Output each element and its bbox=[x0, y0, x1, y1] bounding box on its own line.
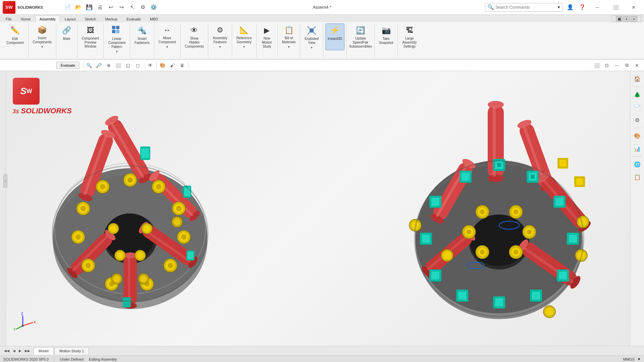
previous-view-button[interactable]: ⬜ bbox=[114, 61, 123, 70]
print-button[interactable]: 🖨 bbox=[95, 3, 105, 12]
mini-panel: ▦ ▪ ▪ bbox=[612, 15, 641, 22]
bom-label: Bill ofMaterials bbox=[282, 36, 296, 44]
svg-rect-135 bbox=[532, 292, 540, 300]
svg-rect-85 bbox=[187, 252, 194, 259]
svg-rect-0 bbox=[112, 26, 115, 29]
reference-geometry-button[interactable]: 📐 ReferenceGeometry ▼ bbox=[234, 23, 254, 50]
exploded-view-label: ExplodedView bbox=[305, 37, 319, 45]
tab-sketch[interactable]: Sketch bbox=[80, 15, 101, 22]
close-button[interactable]: ✕ bbox=[626, 2, 641, 13]
evaluate-tab-button[interactable]: Evaluate bbox=[56, 62, 79, 69]
editing-assembly-status: Editing Assembly bbox=[89, 357, 117, 361]
component-preview-label: ComponentPreviewWindow bbox=[82, 37, 99, 49]
user-icon[interactable]: 👤 bbox=[566, 3, 575, 12]
exploded-view-button[interactable]: ExplodedView ▼ bbox=[302, 23, 321, 50]
svg-point-62 bbox=[86, 263, 91, 268]
undo-button[interactable]: ↩ bbox=[106, 3, 115, 12]
move-component-label: MoveComponent bbox=[159, 36, 176, 44]
new-button[interactable]: 📄 bbox=[63, 3, 72, 12]
nav-first-button[interactable]: ◀◀ bbox=[3, 348, 11, 353]
take-snapshot-button[interactable]: 📷 TakeSnapshot bbox=[377, 23, 395, 50]
options-button[interactable]: ⚙️ bbox=[149, 3, 158, 12]
quick-access-toolbar: 📄 📂 💾 🖨 ↩ ↪ ↖ ⚙ ⚙️ bbox=[63, 3, 485, 12]
section-view-button[interactable]: ◱ bbox=[124, 61, 132, 70]
display-manager-button[interactable]: 🖥 bbox=[178, 61, 186, 70]
appearance-manager-button[interactable]: 🎨 bbox=[632, 130, 643, 141]
tab-layout[interactable]: Layout bbox=[60, 15, 80, 22]
scene-appearance-button[interactable]: 🖌 bbox=[168, 61, 177, 70]
instant3d-button[interactable]: ⚡ Instant3D bbox=[325, 23, 344, 50]
group-assembly-features: ⚙ AssemblyFeatures ▼ bbox=[208, 23, 232, 58]
tab-motion-study-1[interactable]: Motion Study 1 bbox=[54, 347, 89, 355]
linear-component-pattern-icon bbox=[111, 25, 122, 36]
custom-properties-button[interactable]: 📊 bbox=[632, 143, 643, 154]
new-motion-study-button[interactable]: ▶ NewMotionStudy bbox=[259, 23, 275, 50]
tab-navigation-arrows: ◀◀ ◀ ▶ ▶▶ bbox=[3, 348, 32, 353]
select-button[interactable]: ↖ bbox=[127, 3, 137, 12]
view-tile[interactable]: ⧉ bbox=[623, 61, 631, 70]
show-hidden-components-button[interactable]: 👁 ShowHiddenComponents bbox=[182, 23, 206, 50]
view-minimize[interactable]: ─ bbox=[612, 61, 621, 70]
tab-file[interactable]: File bbox=[1, 15, 16, 22]
linear-component-pattern-button[interactable]: LinearComponentPattern ▼ bbox=[106, 23, 128, 50]
panel-btn-3[interactable]: ▪ bbox=[631, 16, 637, 21]
view-maximize[interactable]: ⊡ bbox=[602, 61, 611, 70]
left-collapse-button[interactable]: ‹ bbox=[3, 174, 7, 188]
viewport[interactable]: SW 3S SOLIDWORKS bbox=[6, 71, 630, 346]
large-assembly-settings-button[interactable]: 🏗 LargeAssemblySettings bbox=[400, 23, 419, 50]
tab-mbd[interactable]: MBD bbox=[146, 15, 162, 22]
main-area: ‹ SW 3S SOLIDWORKS bbox=[0, 71, 644, 346]
save-button[interactable]: 💾 bbox=[85, 3, 94, 12]
rebuild-button[interactable]: ⚙ bbox=[138, 3, 148, 12]
search-dropdown-icon[interactable]: ▼ bbox=[557, 5, 560, 9]
zoom-area-button[interactable]: ⊕ bbox=[104, 61, 113, 70]
display-style-button[interactable]: 🎨 bbox=[158, 61, 167, 70]
assembly-features-button[interactable]: ⚙ AssemblyFeatures ▼ bbox=[210, 23, 229, 50]
bill-of-materials-button[interactable]: 📋 Bill ofMaterials ▼ bbox=[280, 23, 298, 50]
tab-markup[interactable]: Markup bbox=[101, 15, 122, 22]
view-restore-small[interactable]: ⬜ bbox=[592, 61, 601, 70]
panel-btn-2[interactable]: ▪ bbox=[623, 16, 630, 21]
properties-manager-button[interactable]: 📄 bbox=[632, 102, 643, 113]
svg-point-65 bbox=[75, 234, 81, 240]
nav-prev-button[interactable]: ◀ bbox=[11, 348, 17, 353]
mate-button[interactable]: 🔗 Mate bbox=[58, 23, 75, 50]
tasks-pane-button[interactable]: 📋 bbox=[632, 171, 643, 183]
svg-line-6 bbox=[314, 26, 316, 28]
nav-next-button[interactable]: ▶ bbox=[17, 348, 23, 353]
view-toolbar: 🔍 🔎 ⊕ ⬜ ◱ ◻ 👁 🎨 🖌 🖥 ⬜ ⊡ ─ ⧉ ✕ bbox=[79, 60, 644, 71]
smart-fasteners-button[interactable]: 🔩 SmartFasteners bbox=[132, 23, 152, 50]
insert-components-button[interactable]: 📦 InsertComponents ▼ bbox=[31, 23, 54, 50]
tab-assembly[interactable]: Assembly bbox=[35, 15, 60, 22]
nav-last-button[interactable]: ▶▶ bbox=[23, 348, 32, 353]
zoom-in-button[interactable]: 🔎 bbox=[95, 61, 103, 70]
restore-button[interactable]: ⬜ bbox=[608, 2, 623, 13]
tab-model[interactable]: Model bbox=[34, 347, 54, 355]
move-component-button[interactable]: ↔️ MoveComponent ▼ bbox=[156, 23, 178, 50]
redo-button[interactable]: ↪ bbox=[117, 3, 126, 12]
mbd-button[interactable]: 🌐 bbox=[632, 159, 643, 170]
view-orientation-button[interactable]: ◻ bbox=[133, 61, 142, 70]
feature-manager-button[interactable]: 🌲 bbox=[632, 89, 643, 100]
home-sidebar-button[interactable]: 🏠 bbox=[632, 73, 643, 84]
panel-btn-1[interactable]: ▦ bbox=[616, 16, 623, 21]
svg-rect-2 bbox=[112, 30, 115, 33]
minimize-button[interactable]: ─ bbox=[590, 2, 605, 13]
svg-rect-124 bbox=[497, 163, 501, 167]
edit-component-button[interactable]: ✏️ EditComponent bbox=[4, 23, 26, 50]
configuration-manager-button[interactable]: ⚙ bbox=[632, 114, 643, 126]
tab-evaluate[interactable]: Evaluate bbox=[122, 15, 145, 22]
help-icon[interactable]: ❓ bbox=[578, 3, 587, 12]
update-speedpak-button[interactable]: 🔄 UpdateSpeedPakSubassemblies bbox=[349, 23, 372, 50]
open-button[interactable]: 📂 bbox=[74, 3, 83, 12]
units-dropdown-button[interactable]: ▼ bbox=[637, 357, 641, 361]
component-preview-button[interactable]: 🖼 ComponentPreviewWindow bbox=[79, 23, 102, 50]
search-input[interactable] bbox=[495, 5, 556, 10]
search-box[interactable]: 🔍 ▼ bbox=[485, 3, 563, 12]
zoom-to-fit-button[interactable]: 🔍 bbox=[85, 61, 94, 70]
view-close[interactable]: ✕ bbox=[633, 61, 641, 70]
svg-point-50 bbox=[181, 234, 186, 240]
hide-show-items-button[interactable]: 👁 bbox=[146, 61, 155, 70]
tab-home[interactable]: Home bbox=[16, 15, 35, 22]
group-show-hidden: 👁 ShowHiddenComponents bbox=[180, 23, 208, 58]
